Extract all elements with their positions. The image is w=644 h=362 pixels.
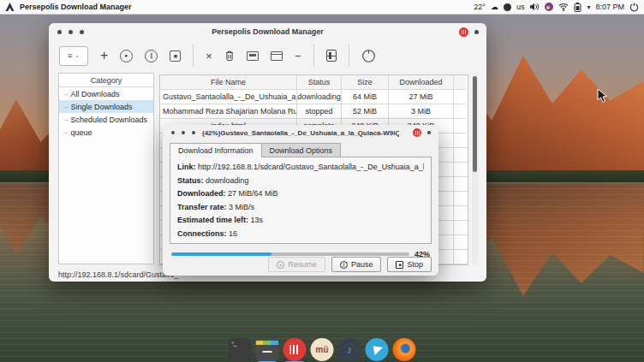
- stop-icon: ■: [396, 261, 403, 269]
- app-menu[interactable]: Persepolis Download Manager: [20, 3, 132, 11]
- info-estimated-time: Estimated time left: 13s: [177, 214, 424, 228]
- dock-telegram-icon[interactable]: [366, 338, 389, 361]
- table-row[interactable]: Mohammad Reza Shajarian Molana Rumi Maji…: [160, 104, 468, 119]
- desktop: Persepolis Download Manager 22° ☁ us ▾ 8…: [0, 0, 644, 362]
- col-file-name[interactable]: File Name: [160, 75, 297, 90]
- download-information-panel: Link: http://192.168.8.1/sdcard/Gustavo_…: [170, 157, 432, 244]
- col-downloaded[interactable]: Downloaded: [389, 75, 454, 90]
- toolbar-separator: [193, 45, 194, 67]
- open-folder-button[interactable]: [271, 51, 283, 61]
- col-status[interactable]: Status: [297, 75, 342, 90]
- main-titlebar[interactable]: Persepolis Download Manager: [49, 23, 486, 40]
- progress-fill: [171, 252, 271, 256]
- window-control-icon[interactable]: [171, 131, 175, 134]
- shutdown-timer-button[interactable]: [361, 49, 376, 63]
- resume-download-button[interactable]: ▸: [120, 50, 133, 62]
- caret-down-icon: ⌄: [75, 52, 80, 59]
- table-header: File Name Status Size Downloaded: [160, 75, 468, 90]
- dock-persepolis-icon[interactable]: [283, 338, 307, 361]
- info-transfer-rate: Transfer rate: 3 MiB/s: [177, 201, 424, 215]
- dock-muse-icon[interactable]: mü: [311, 338, 334, 361]
- dock-terminal-icon[interactable]: [229, 338, 252, 361]
- progress-bar: [171, 252, 409, 256]
- keyboard-layout[interactable]: us: [516, 3, 525, 11]
- top-panel: Persepolis Download Manager 22° ☁ us ▾ 8…: [0, 0, 644, 15]
- info-connections: Connections: 16: [177, 228, 424, 241]
- info-status: Status: downloading: [177, 175, 424, 188]
- chevron-down-icon[interactable]: ▾: [587, 3, 590, 11]
- download-progress-dialog: (42%)Gustavo_Santaolalla_-_De_Ushuaia_a_…: [163, 125, 438, 276]
- window-control-icon[interactable]: [69, 30, 73, 34]
- remove-download-button[interactable]: ×: [206, 50, 212, 62]
- trash-button[interactable]: [224, 50, 235, 62]
- open-file-button[interactable]: [247, 51, 259, 61]
- table-row[interactable]: Gustavo_Santaolalla_-_De_Ushuaia_a_la_Qu…: [160, 90, 468, 104]
- clock[interactable]: 8:07 PM: [595, 3, 624, 11]
- pause-download-button[interactable]: ∥: [145, 50, 158, 62]
- dock: mü ♪: [229, 338, 416, 361]
- dock-firefox-icon[interactable]: [393, 338, 416, 361]
- dialog-title: (42%)Gustavo_Santaolalla_-_De_Ushuaia_a_…: [202, 129, 399, 137]
- menu-button[interactable]: ≡ ⌄: [59, 46, 88, 66]
- info-link: Link: http://192.168.8.1/sdcard/Gustavo_…: [177, 161, 424, 175]
- app-indicator-icon[interactable]: [545, 3, 553, 11]
- distro-logo-icon: [5, 3, 15, 12]
- persepolis-icon: [459, 27, 468, 37]
- sidebar-item-queue[interactable]: queue: [59, 126, 153, 139]
- dialog-titlebar[interactable]: (42%)Gustavo_Santaolalla_-_De_Ushuaia_a_…: [163, 125, 438, 140]
- window-control-icon[interactable]: [182, 131, 185, 134]
- table-scrollbar[interactable]: [472, 74, 478, 265]
- wifi-icon[interactable]: [558, 3, 569, 11]
- resume-icon: ▸: [277, 261, 284, 269]
- window-control-icon[interactable]: [80, 30, 84, 34]
- col-extra: [454, 75, 466, 90]
- window-control-icon[interactable]: [427, 131, 431, 134]
- toolbar: ≡ ⌄ + ▸ ∥ ■ × −: [49, 40, 486, 71]
- stop-download-button[interactable]: ■: [170, 50, 181, 62]
- sidebar-item-scheduled-downloads[interactable]: Scheduled Downloads: [59, 113, 153, 126]
- sidebar-header: Category: [59, 74, 153, 87]
- dock-terminal2-icon[interactable]: [256, 338, 279, 361]
- tab-download-information[interactable]: Download Information: [170, 143, 262, 157]
- stop-button[interactable]: ■ Stop: [387, 257, 432, 272]
- queue-button[interactable]: [326, 50, 337, 62]
- minimize-row-button[interactable]: −: [295, 50, 301, 62]
- toolbar-separator: [313, 45, 314, 67]
- hamburger-icon: ≡: [68, 51, 72, 60]
- persepolis-icon: [413, 128, 421, 137]
- dock-music-icon[interactable]: ♪: [338, 338, 361, 361]
- resume-button[interactable]: ▸ Resume: [268, 257, 325, 272]
- pause-button[interactable]: ∥ Pause: [331, 257, 382, 272]
- toolbar-separator: [349, 45, 349, 67]
- add-download-button[interactable]: +: [100, 48, 108, 63]
- pause-icon: ∥: [340, 261, 348, 269]
- category-sidebar: Category All Downloads Single Downloads …: [58, 73, 154, 264]
- info-downloaded: Downloaded: 27 MiB/64 MiB: [177, 187, 424, 201]
- weather-cloud-icon: ☁: [491, 3, 498, 11]
- dialog-buttons: ▸ Resume ∥ Pause ■ Stop: [268, 257, 432, 272]
- scrollbar-thumb[interactable]: [473, 76, 477, 172]
- window-control-icon[interactable]: [57, 30, 62, 34]
- volume-icon[interactable]: [529, 3, 540, 11]
- battery-icon[interactable]: [574, 3, 581, 12]
- tab-download-options[interactable]: Download Options: [262, 143, 342, 157]
- status-bar-url: http://192.168.8.1/sdcard/Gustavo_: [58, 270, 179, 279]
- window-control-icon[interactable]: [474, 30, 479, 34]
- dialog-tabs: Download Information Download Options: [170, 143, 341, 157]
- sidebar-item-all-downloads[interactable]: All Downloads: [59, 87, 153, 100]
- power-icon[interactable]: [629, 3, 639, 12]
- sidebar-item-single-downloads[interactable]: Single Downloads: [59, 100, 153, 113]
- weather-temperature[interactable]: 22°: [474, 3, 486, 11]
- nightlight-icon[interactable]: [504, 3, 511, 11]
- mouse-cursor: [597, 88, 608, 107]
- col-size[interactable]: Size: [342, 75, 389, 90]
- main-window-title: Persepolis Download Manager: [212, 27, 324, 36]
- window-control-icon[interactable]: [192, 131, 195, 134]
